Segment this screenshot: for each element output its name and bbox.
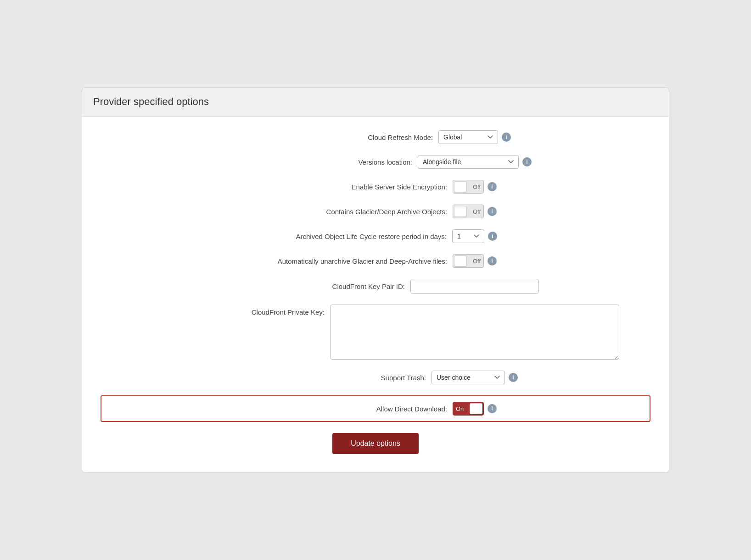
panel-body: Cloud Refresh Mode: Global Per folder Ma… — [82, 116, 669, 472]
cloud-refresh-mode-info-icon: i — [502, 133, 511, 142]
glacier-deep-archive-off-label: Off — [473, 208, 481, 215]
provider-options-panel: Provider specified options Cloud Refresh… — [82, 87, 669, 473]
auto-unarchive-row: Automatically unarchive Glacier and Deep… — [101, 254, 650, 268]
support-trash-label: Support Trash: — [233, 374, 426, 382]
cloudfront-private-key-control — [330, 305, 619, 360]
glacier-deep-archive-toggle-knob — [454, 206, 467, 217]
lifecycle-restore-control: 1 2 3 5 7 14 30 i — [452, 229, 497, 243]
versions-location-control: Alongside file In subfolder Disabled i — [418, 155, 532, 169]
glacier-deep-archive-row: Contains Glacier/Deep Archive Objects: O… — [101, 205, 650, 218]
allow-direct-download-control: On i — [453, 402, 497, 416]
update-options-button[interactable]: Update options — [332, 433, 419, 454]
support-trash-row: Support Trash: User choice On Off i — [101, 371, 650, 384]
glacier-deep-archive-info-icon: i — [488, 207, 497, 216]
support-trash-select[interactable]: User choice On Off — [432, 371, 505, 384]
panel-title: Provider specified options — [93, 96, 658, 108]
auto-unarchive-info-icon: i — [488, 256, 497, 266]
cloud-refresh-mode-control: Global Per folder Manual i — [438, 130, 511, 144]
versions-location-info-icon: i — [522, 157, 532, 166]
cloudfront-private-key-row: CloudFront Private Key: — [101, 305, 650, 360]
server-side-encryption-info-icon: i — [488, 182, 497, 191]
server-side-encryption-toggle[interactable]: Off — [453, 180, 484, 194]
auto-unarchive-off-label: Off — [473, 258, 481, 265]
allow-direct-download-info-icon: i — [488, 404, 497, 413]
cloudfront-key-pair-id-input[interactable] — [410, 279, 539, 294]
lifecycle-restore-row: Archived Object Life Cycle restore perio… — [101, 229, 650, 243]
allow-direct-download-toggle[interactable]: On — [453, 402, 484, 416]
glacier-deep-archive-control: Off i — [453, 205, 497, 218]
server-side-encryption-label: Enable Server Side Encryption: — [254, 183, 447, 191]
lifecycle-restore-info-icon: i — [488, 232, 497, 241]
auto-unarchive-label: Automatically unarchive Glacier and Deep… — [254, 257, 447, 265]
cloudfront-key-pair-id-control — [410, 279, 539, 294]
allow-direct-download-toggle-knob — [470, 403, 482, 414]
server-side-encryption-row: Enable Server Side Encryption: Off i — [101, 180, 650, 194]
allow-direct-download-highlighted-row: Allow Direct Download: On i — [101, 395, 650, 422]
lifecycle-restore-select[interactable]: 1 2 3 5 7 14 30 — [452, 229, 484, 243]
server-side-encryption-control: Off i — [453, 180, 497, 194]
cloudfront-key-pair-id-row: CloudFront Key Pair ID: — [101, 279, 650, 294]
glacier-deep-archive-label: Contains Glacier/Deep Archive Objects: — [254, 208, 447, 216]
panel-header: Provider specified options — [82, 88, 669, 116]
lifecycle-restore-label: Archived Object Life Cycle restore perio… — [254, 233, 447, 240]
cloudfront-private-key-label: CloudFront Private Key: — [132, 305, 325, 316]
versions-location-select[interactable]: Alongside file In subfolder Disabled — [418, 155, 519, 169]
versions-location-label: Versions location: — [219, 158, 412, 166]
server-side-encryption-toggle-knob — [454, 181, 467, 192]
cloud-refresh-mode-row: Cloud Refresh Mode: Global Per folder Ma… — [101, 130, 650, 144]
auto-unarchive-toggle[interactable]: Off — [453, 254, 484, 268]
cloud-refresh-mode-label: Cloud Refresh Mode: — [240, 133, 433, 141]
versions-location-row: Versions location: Alongside file In sub… — [101, 155, 650, 169]
auto-unarchive-control: Off i — [453, 254, 497, 268]
cloudfront-key-pair-id-label: CloudFront Key Pair ID: — [212, 283, 405, 290]
allow-direct-download-on-label: On — [456, 405, 464, 412]
support-trash-info-icon: i — [509, 373, 518, 382]
cloudfront-private-key-textarea[interactable] — [330, 305, 619, 360]
allow-direct-download-label: Allow Direct Download: — [254, 405, 447, 413]
cloud-refresh-mode-select[interactable]: Global Per folder Manual — [438, 130, 498, 144]
server-side-encryption-off-label: Off — [473, 183, 481, 190]
auto-unarchive-toggle-knob — [454, 255, 467, 266]
support-trash-control: User choice On Off i — [432, 371, 518, 384]
glacier-deep-archive-toggle[interactable]: Off — [453, 205, 484, 218]
